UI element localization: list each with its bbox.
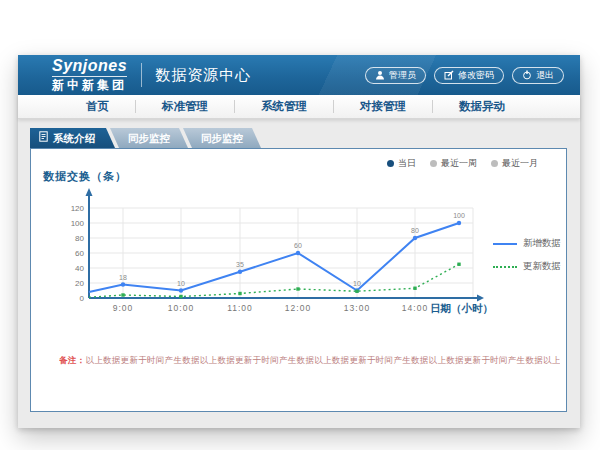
svg-text:11:00: 11:00 xyxy=(227,303,253,313)
logout-label: 退出 xyxy=(536,69,554,82)
page-title: 数据资源中心 xyxy=(155,66,251,85)
radio-dot xyxy=(430,160,437,167)
footnote-text: 以上数据更新于时间产生数据以上数据更新于时间产生数据以上数据更新于时间产生数据以… xyxy=(85,355,560,365)
company-logo: Synjones 新中新集团 xyxy=(52,58,127,91)
svg-text:18: 18 xyxy=(119,274,127,281)
nav-item-standard-mgmt[interactable]: 标准管理 xyxy=(136,99,234,114)
filter-label: 最近一月 xyxy=(502,157,538,170)
radio-dot xyxy=(491,160,498,167)
footnote: 备注：以上数据更新于时间产生数据以上数据更新于时间产生数据以上数据更新于时间产生… xyxy=(59,355,560,367)
svg-text:40: 40 xyxy=(75,264,84,273)
content-area: 系统介绍 同步监控 同步监控 当日 最近一周 xyxy=(18,119,580,412)
document-icon xyxy=(39,128,48,148)
tab-label: 系统介绍 xyxy=(53,128,95,148)
user-icon xyxy=(375,70,385,80)
app-header: Synjones 新中新集团 数据资源中心 管理员 修改密码 退出 xyxy=(18,55,580,95)
legend-label: 更新数据 xyxy=(523,260,561,273)
svg-text:14:00: 14:00 xyxy=(402,303,428,313)
header-divider xyxy=(141,63,142,87)
nav-item-data-change[interactable]: 数据异动 xyxy=(433,99,531,114)
footnote-label: 备注： xyxy=(59,355,85,365)
svg-text:9:00: 9:00 xyxy=(113,303,134,313)
tab-sync-monitor-1[interactable]: 同步监控 xyxy=(110,128,188,148)
tab-label: 同步监控 xyxy=(128,128,170,148)
radio-dot-selected xyxy=(387,160,394,167)
svg-text:12:00: 12:00 xyxy=(285,303,311,313)
svg-text:0: 0 xyxy=(80,294,85,303)
legend-item[interactable]: 新增数据 xyxy=(493,237,561,250)
legend-item[interactable]: 更新数据 xyxy=(493,260,561,273)
svg-text:10:00: 10:00 xyxy=(168,303,194,313)
app-window: Synjones 新中新集团 数据资源中心 管理员 修改密码 退出 首页 标准管… xyxy=(18,55,580,428)
filter-today[interactable]: 当日 xyxy=(387,157,416,170)
logout-button[interactable]: 退出 xyxy=(512,67,564,84)
legend-label: 新增数据 xyxy=(523,237,561,250)
filter-label: 当日 xyxy=(398,157,416,170)
power-icon xyxy=(522,70,532,80)
svg-text:120: 120 xyxy=(71,204,85,213)
nav-item-home[interactable]: 首页 xyxy=(60,99,135,114)
line-chart: 0204060801001209:0010:0011:0012:0013:001… xyxy=(51,186,511,318)
svg-text:13:00: 13:00 xyxy=(344,303,370,313)
svg-text:80: 80 xyxy=(75,234,84,243)
svg-text:10: 10 xyxy=(353,280,361,287)
logo-text-en: Synjones xyxy=(52,58,127,75)
chart-panel: 当日 最近一周 最近一月 数据交换（条） 0204060801001209:00… xyxy=(30,148,567,412)
nav-item-interface-mgmt[interactable]: 对接管理 xyxy=(334,99,432,114)
change-password-button[interactable]: 修改密码 xyxy=(434,67,504,84)
change-password-label: 修改密码 xyxy=(458,69,494,82)
svg-text:60: 60 xyxy=(294,242,302,249)
tab-strip: 系统介绍 同步监控 同步监控 xyxy=(30,128,567,148)
svg-text:60: 60 xyxy=(75,249,84,258)
legend-line-sample xyxy=(493,243,517,245)
main-nav: 首页 标准管理 系统管理 对接管理 数据异动 xyxy=(18,95,580,119)
svg-text:100: 100 xyxy=(71,219,85,228)
svg-text:日期（小时）: 日期（小时） xyxy=(430,302,493,315)
tab-sync-monitor-2[interactable]: 同步监控 xyxy=(183,128,261,148)
svg-text:80: 80 xyxy=(411,227,419,234)
nav-item-system-mgmt[interactable]: 系统管理 xyxy=(235,99,333,114)
y-axis-title: 数据交换（条） xyxy=(43,169,127,184)
filter-label: 最近一周 xyxy=(441,157,477,170)
chart-legend: 新增数据更新数据 xyxy=(493,237,561,273)
user-toolbar: 管理员 修改密码 退出 xyxy=(365,67,564,84)
legend-line-sample xyxy=(493,266,517,268)
tab-label: 同步监控 xyxy=(201,128,243,148)
svg-text:10: 10 xyxy=(177,280,185,287)
logo-text-cn: 新中新集团 xyxy=(52,76,127,92)
range-filter-group: 当日 最近一周 最近一月 xyxy=(387,157,538,170)
svg-text:20: 20 xyxy=(75,279,84,288)
edit-icon xyxy=(444,70,454,80)
svg-text:100: 100 xyxy=(453,212,465,219)
admin-user-button[interactable]: 管理员 xyxy=(365,67,426,84)
filter-last-week[interactable]: 最近一周 xyxy=(430,157,477,170)
admin-user-label: 管理员 xyxy=(389,69,416,82)
svg-text:35: 35 xyxy=(236,261,244,268)
tab-system-intro[interactable]: 系统介绍 xyxy=(30,128,115,148)
filter-last-month[interactable]: 最近一月 xyxy=(491,157,538,170)
